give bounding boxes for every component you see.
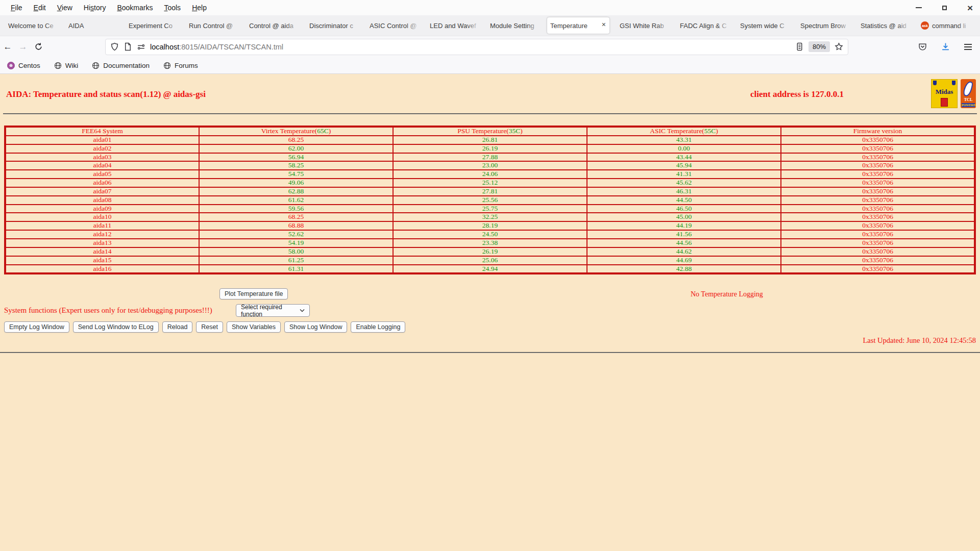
cell-firmware-version: 0x3350706 <box>781 213 975 221</box>
tcl-powered-logo[interactable]: TCL POWERED <box>961 79 976 108</box>
system-functions-label: System functions (Expert users only for … <box>4 306 212 315</box>
plot-temperature-file-button[interactable]: Plot Temperature file <box>219 288 288 299</box>
cell-virtex-temperature: 61.31 <box>199 265 393 274</box>
reset-button[interactable]: Reset <box>196 321 223 333</box>
cell-asic-temperature: 44.69 <box>587 256 781 265</box>
menu-view[interactable]: View <box>52 4 78 12</box>
cell-psu-temperature: 25.75 <box>393 205 587 213</box>
cell-virtex-temperature: 56.94 <box>199 153 393 162</box>
empty-log-window-button[interactable]: Empty Log Window <box>4 321 69 333</box>
menu-help[interactable]: Help <box>186 4 212 12</box>
menu-hamburger-icon[interactable] <box>964 44 972 50</box>
menu-file[interactable]: File <box>5 4 28 12</box>
menu-history[interactable]: History <box>78 4 112 12</box>
cell-asic-temperature: 45.62 <box>587 179 781 187</box>
globe-icon <box>92 62 100 69</box>
tab-control-aida[interactable]: Control @ aida <box>246 17 299 34</box>
cell-psu-temperature: 25.06 <box>393 256 587 265</box>
tab-fadc-align-c[interactable]: FADC Align & C <box>677 17 730 34</box>
tab-label-fade <box>467 17 480 34</box>
tab-led-and-wavef[interactable]: LED and Wavef <box>427 17 480 34</box>
tab-close-icon[interactable]: × <box>602 21 606 28</box>
tab-welcome-to-ce[interactable]: Welcome to Ce <box>5 17 58 34</box>
cell-fee64-name: aida02 <box>5 144 199 153</box>
bookmark-forums[interactable]: Forums <box>163 62 198 69</box>
forward-icon[interactable]: → <box>15 42 31 52</box>
tab-experiment-co[interactable]: Experiment Co <box>126 17 179 34</box>
midas-shield-right-icon <box>952 81 955 85</box>
bookmark-wiki[interactable]: Wiki <box>54 62 79 69</box>
show-variables-button[interactable]: Show Variables <box>227 321 281 333</box>
temperature-table: FEE64 SystemVirtex Temperature(65C)PSU T… <box>4 126 976 274</box>
cell-fee64-name: aida12 <box>5 230 199 239</box>
menu-edit[interactable]: Edit <box>28 4 52 12</box>
bookmark-label: Documentation <box>103 62 150 69</box>
tab-run-control[interactable]: Run Control @ <box>186 17 239 34</box>
chevron-down-icon <box>300 308 305 313</box>
permissions-icon[interactable] <box>137 42 145 51</box>
table-row-aida06: aida0649.0625.1245.620x3350706 <box>5 179 975 187</box>
centos-icon <box>7 62 15 69</box>
shield-icon[interactable] <box>110 42 119 51</box>
tab-temperature[interactable]: Temperature× <box>547 17 609 34</box>
url-bar[interactable]: localhost:8015/AIDA/TSCAN/TSCAN.tml 80% <box>105 39 848 55</box>
cell-fee64-name: aida13 <box>5 239 199 247</box>
bookmark-centos[interactable]: Centos <box>7 62 40 69</box>
column-header-firmware-version: Firmware version <box>781 127 975 136</box>
bookmarks-bar: CentosWikiDocumentationForums <box>0 57 980 74</box>
reload-button[interactable]: Reload <box>162 321 193 333</box>
downloads-icon[interactable] <box>941 42 950 51</box>
reload-icon[interactable] <box>31 42 46 51</box>
cell-virtex-temperature: 59.56 <box>199 205 393 213</box>
midas-logo[interactable]: Midas <box>931 79 958 108</box>
enable-logging-button[interactable]: Enable Logging <box>351 321 405 333</box>
tab-spectrum-brow[interactable]: Spectrum Brow <box>797 17 850 34</box>
system-function-select[interactable]: Select required function <box>236 304 310 317</box>
cell-firmware-version: 0x3350706 <box>781 136 975 144</box>
cell-fee64-name: aida05 <box>5 170 199 179</box>
cell-firmware-version: 0x3350706 <box>781 247 975 256</box>
zoom-level-indicator[interactable]: 80% <box>808 41 830 52</box>
tab-statistics-aid[interactable]: Statistics @ aid <box>857 17 911 34</box>
pocket-icon[interactable] <box>918 42 927 51</box>
cell-psu-temperature: 24.94 <box>393 265 587 274</box>
table-row-aida02: aida0262.0026.190.000x3350706 <box>5 144 975 153</box>
temperature-logging-status: No Temperature Logging <box>691 290 763 298</box>
tab-command-li[interactable]: askcommand li <box>918 17 971 34</box>
url-host: localhost <box>150 43 179 51</box>
tcl-feather-icon <box>963 81 974 97</box>
cell-fee64-name: aida04 <box>5 161 199 170</box>
reader-mode-icon[interactable] <box>795 42 804 51</box>
show-log-window-button[interactable]: Show Log Window <box>284 321 348 333</box>
close-icon[interactable]: × <box>967 3 973 13</box>
cell-psu-temperature: 27.81 <box>393 187 587 196</box>
client-address-text: client address is 127.0.0.1 <box>750 89 844 99</box>
url-path: :8015/AIDA/TSCAN/TSCAN.tml <box>179 43 283 51</box>
page-info-icon[interactable] <box>124 42 132 51</box>
send-log-window-to-elog-button[interactable]: Send Log Window to ELog <box>73 321 159 333</box>
menu-tools[interactable]: Tools <box>158 4 186 12</box>
cell-virtex-temperature: 62.88 <box>199 187 393 196</box>
column-header-fee64-system: FEE64 System <box>5 127 199 136</box>
menu-bookmarks[interactable]: Bookmarks <box>111 4 158 12</box>
maximize-icon[interactable] <box>942 6 947 10</box>
bookmark-documentation[interactable]: Documentation <box>92 62 150 69</box>
tab-system-wide-c[interactable]: System wide C <box>737 17 790 34</box>
bookmark-star-icon[interactable] <box>835 42 843 51</box>
cell-fee64-name: aida06 <box>5 179 199 187</box>
tab-aida[interactable]: AIDA <box>65 17 118 34</box>
tab-asic-control[interactable]: ASIC Control @ <box>366 17 420 34</box>
cell-psu-temperature: 28.19 <box>393 221 587 230</box>
cell-psu-temperature: 32.25 <box>393 213 587 221</box>
tab-discriminator-c[interactable]: Discriminator c <box>306 17 359 34</box>
back-icon[interactable]: ← <box>0 42 15 52</box>
tab-gsi-white-rab[interactable]: GSI White Rab <box>617 17 670 34</box>
cell-virtex-temperature: 58.00 <box>199 247 393 256</box>
cell-fee64-name: aida10 <box>5 213 199 221</box>
cell-fee64-name: aida03 <box>5 153 199 162</box>
minimize-icon[interactable] <box>916 7 922 8</box>
horizontal-rule-bottom <box>0 352 980 353</box>
cell-psu-temperature: 23.00 <box>393 161 587 170</box>
tab-module-setting[interactable]: Module Setting <box>487 17 540 34</box>
url-text[interactable]: localhost:8015/AIDA/TSCAN/TSCAN.tml <box>150 43 283 51</box>
